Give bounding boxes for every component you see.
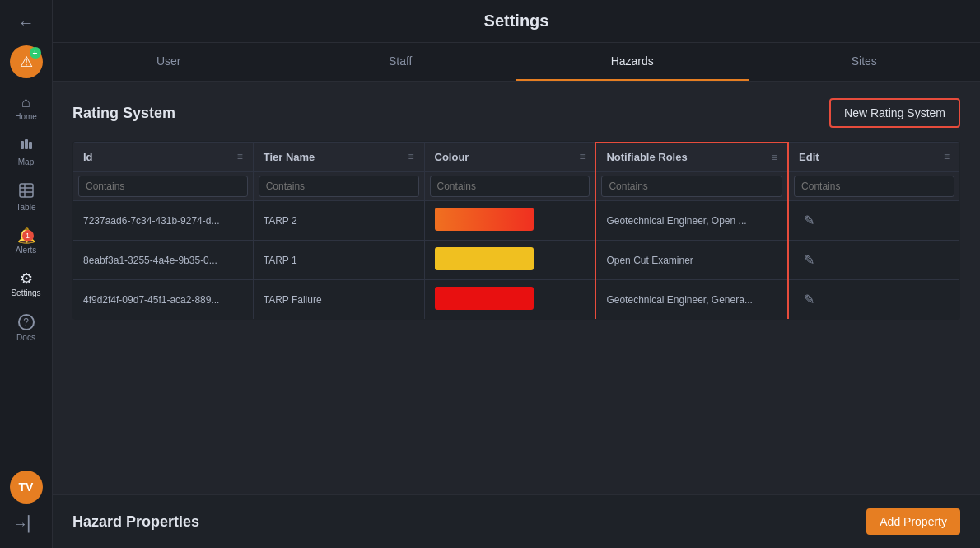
table-row: 8eabf3a1-3255-4a4e-9b35-0... TARP 1 Open…: [73, 241, 960, 280]
avatar-label: TV: [19, 480, 34, 494]
svg-rect-3: [20, 184, 33, 197]
cell-notifiable-1: Geotechnical Engineer, Open ...: [595, 201, 788, 241]
rating-system-title: Rating System: [72, 105, 175, 122]
hazard-properties-footer: Hazard Properties Add Property: [53, 494, 980, 548]
cell-colour-2: [424, 241, 595, 280]
filter-input-id[interactable]: [78, 176, 248, 197]
sort-icon-colour[interactable]: ≡: [579, 151, 585, 162]
cell-colour-3: [424, 280, 595, 320]
page-header: Settings: [53, 0, 980, 43]
tab-bar: User Staff Hazards Sites: [53, 43, 980, 82]
table-icon: [19, 183, 34, 200]
filter-input-notifiable[interactable]: [601, 176, 782, 197]
map-icon: [19, 138, 34, 155]
svg-rect-1: [25, 139, 28, 149]
back-button[interactable]: ←: [15, 10, 38, 35]
cell-colour-1: [424, 201, 595, 241]
tab-user[interactable]: User: [53, 43, 285, 81]
sidebar-item-map[interactable]: Map: [3, 131, 49, 173]
sidebar-item-settings[interactable]: ⚙ Settings: [3, 265, 49, 304]
filter-cell-id: [73, 172, 254, 201]
filter-cell-notifiable: [595, 172, 788, 201]
cell-edit-2: ✎: [788, 241, 959, 280]
col-header-edit: Edit ≡: [788, 142, 959, 172]
tab-hazards[interactable]: Hazards: [516, 43, 749, 81]
colour-swatch-1: [435, 208, 534, 231]
alerts-badge: 1: [22, 230, 34, 241]
docs-icon: ?: [18, 314, 35, 330]
alerts-icon-wrap: 🔔 1: [17, 228, 35, 243]
cell-edit-1: ✎: [788, 201, 959, 241]
cell-tier-1: TARP 2: [253, 201, 424, 241]
tab-staff[interactable]: Staff: [285, 43, 517, 81]
home-icon: ⌂: [21, 95, 30, 110]
rating-table: Id ≡ Tier Name ≡ Colour ≡: [72, 141, 960, 320]
filter-input-colour[interactable]: [430, 176, 590, 197]
col-header-tier-name: Tier Name ≡: [253, 142, 424, 172]
filter-cell-tier: [253, 172, 424, 201]
filter-input-tier[interactable]: [259, 176, 419, 197]
table-row: 7237aad6-7c34-431b-9274-d... TARP 2 Geot…: [73, 201, 960, 241]
settings-icon: ⚙: [20, 271, 33, 286]
table-header-row: Id ≡ Tier Name ≡ Colour ≡: [73, 142, 960, 172]
cell-notifiable-3: Geotechnical Engineer, Genera...: [595, 280, 788, 320]
filter-row: [73, 172, 960, 201]
user-avatar[interactable]: TV: [10, 471, 43, 504]
col-header-colour: Colour ≡: [424, 142, 595, 172]
plus-badge: +: [30, 47, 41, 59]
sidebar-item-table[interactable]: Table: [3, 176, 49, 218]
filter-input-edit[interactable]: [794, 176, 954, 197]
sidebar-item-alerts[interactable]: 🔔 1 Alerts: [3, 222, 49, 261]
cell-notifiable-2: Open Cut Examiner: [595, 241, 788, 280]
sidebar: ← ⚠ + ⌂ Home Map Table 🔔 1 Alerts ⚙ Sett…: [0, 0, 53, 548]
add-property-button[interactable]: Add Property: [866, 508, 960, 535]
sort-icon-notifiable[interactable]: ≡: [772, 152, 777, 163]
sidebar-item-home[interactable]: ⌂ Home: [3, 88, 49, 128]
cell-id-3: 4f9d2f4f-09d7-45f1-aca2-889...: [73, 280, 254, 320]
cell-tier-3: TARP Failure: [253, 280, 424, 320]
content-area: Rating System New Rating System Id ≡ Tie…: [53, 82, 980, 494]
main-content: Settings User Staff Hazards Sites Rating…: [53, 0, 980, 548]
edit-button-1[interactable]: ✎: [799, 211, 819, 230]
filter-cell-edit: [788, 172, 959, 201]
filter-cell-colour: [424, 172, 595, 201]
colour-swatch-2: [435, 247, 534, 270]
cell-id-2: 8eabf3a1-3255-4a4e-9b35-0...: [73, 241, 254, 280]
table-row: 4f9d2f4f-09d7-45f1-aca2-889... TARP Fail…: [73, 280, 960, 320]
colour-swatch-3: [435, 287, 534, 310]
edit-button-3[interactable]: ✎: [799, 290, 819, 309]
svg-rect-2: [29, 142, 32, 149]
new-rating-system-button[interactable]: New Rating System: [829, 98, 960, 128]
logout-icon: →▏: [13, 517, 40, 532]
alert-avatar-button[interactable]: ⚠ +: [10, 45, 43, 78]
cell-tier-2: TARP 1: [253, 241, 424, 280]
sort-icon-tier[interactable]: ≡: [408, 151, 414, 162]
svg-rect-0: [21, 141, 24, 149]
page-title: Settings: [484, 12, 549, 30]
logout-button[interactable]: →▏: [3, 510, 49, 538]
rating-system-header: Rating System New Rating System: [72, 98, 960, 128]
sort-icon-id[interactable]: ≡: [237, 151, 243, 162]
col-header-id: Id ≡: [73, 142, 254, 172]
col-header-notifiable-roles: Notifiable Roles ≡: [595, 142, 788, 172]
sidebar-item-docs[interactable]: ? Docs: [3, 307, 49, 349]
sort-icon-edit[interactable]: ≡: [944, 151, 950, 162]
edit-button-2[interactable]: ✎: [799, 251, 819, 269]
cell-id-1: 7237aad6-7c34-431b-9274-d...: [73, 201, 254, 241]
tab-sites[interactable]: Sites: [749, 43, 981, 81]
cell-edit-3: ✎: [788, 280, 959, 320]
hazard-properties-title: Hazard Properties: [72, 513, 199, 531]
